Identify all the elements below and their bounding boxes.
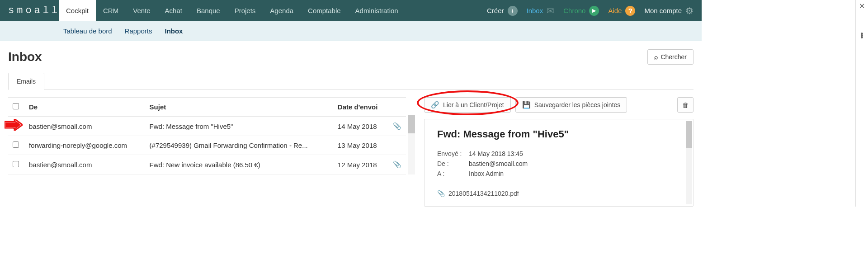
select-all-checkbox[interactable] [13,103,19,109]
cell-subject: (#729549939) Gmail Forwarding Confirmati… [145,136,333,155]
meta-sent: Envoyé : 14 May 2018 13:45 [437,150,680,157]
question-icon: ? [625,6,635,16]
cell-sent: 14 May 2018 [333,117,388,136]
attachment-name: 20180514134211020.pdf [448,190,519,197]
detail-scrollbar[interactable] [686,121,692,204]
help-link[interactable]: Aide ? [608,6,635,16]
plus-icon: + [508,6,518,16]
nav-tab-banque[interactable]: Banque [189,0,227,21]
meta-from-label: De : [437,160,469,167]
row-checkbox[interactable] [13,161,19,167]
paperclip-icon: 📎 [393,160,401,168]
gear-icon: ⚙ [685,5,693,16]
meta-to-label: A : [437,170,469,177]
save-icon: 💾 [522,101,531,109]
cell-from: bastien@smoall.com [24,117,145,136]
meta-sent-label: Envoyé : [437,150,469,157]
table-row[interactable]: bastien@smoall.com Fwd: Message from "Hi… [8,117,406,136]
row-checkbox[interactable] [13,141,19,148]
cell-from: forwarding-noreply@google.com [24,136,145,155]
col-from: De [24,98,145,117]
save-attachments-button[interactable]: 💾 Sauvegarder les pièces jointes [515,97,627,113]
subnav-reports[interactable]: Rapports [125,27,152,35]
more-icon[interactable]: ••• [860,33,863,38]
tab-emails[interactable]: Emails [8,73,44,90]
envelope-icon: ✉ [547,5,554,16]
nav-tab-achat[interactable]: Achat [158,0,189,21]
chrono-link[interactable]: Chrono ▶ [563,6,599,16]
close-icon[interactable]: ✕ [859,2,865,10]
top-nav: smoall Cockpit CRM Vente Achat Banque Pr… [0,0,702,21]
col-sent: Date d'envoi [333,98,388,117]
nav-tab-projets[interactable]: Projets [227,0,263,21]
search-button[interactable]: ⌕ Chercher [647,49,693,65]
account-label: Mon compte [644,7,682,14]
page-title: Inbox [8,50,42,64]
meta-from-value: bastien@smoall.com [469,160,528,167]
detail-card: Fwd: Message from "Hive5" Envoyé : 14 Ma… [424,119,693,207]
cell-from: bastien@smoall.com [24,155,145,174]
subnav-inbox[interactable]: Inbox [165,27,183,35]
nav-tab-crm[interactable]: CRM [96,0,126,21]
page-header: Inbox ⌕ Chercher [8,49,693,65]
nav-tab-vente[interactable]: Vente [126,0,157,21]
meta-from: De : bastien@smoall.com [437,160,680,167]
sub-nav: Tableau de bord Rapports Inbox [0,21,702,41]
nav-tab-administration[interactable]: Administration [348,0,406,21]
meta-to: A : Inbox Admin [437,170,680,177]
cell-subject: Fwd: New invoice available (86.50 €) [145,155,333,174]
meta-to-value: Inbox Admin [469,170,504,177]
window-gutter: ✕ ••• [855,0,868,207]
trash-icon: 🗑 [682,101,689,109]
cell-sent: 13 May 2018 [333,136,388,155]
nav-tab-comptable[interactable]: Comptable [301,0,348,21]
account-link[interactable]: Mon compte ⚙ [644,5,693,16]
row-checkbox[interactable] [13,123,19,129]
cell-subject: Fwd: Message from "Hive5" [145,117,333,136]
search-label: Chercher [660,53,687,61]
table-row[interactable]: bastien@smoall.com Fwd: New invoice avai… [8,155,406,174]
link-icon: 🔗 [431,101,439,109]
email-table: De Sujet Date d'envoi bastien@smoall.com [8,97,406,174]
action-bar: 🔗 Lier à un Client/Projet 💾 Sauvegarder … [424,97,693,113]
chrono-label: Chrono [563,7,585,14]
table-header-row: De Sujet Date d'envoi [8,98,406,117]
paperclip-icon: 📎 [437,190,445,197]
nav-tab-cockpit[interactable]: Cockpit [59,0,96,21]
logo: smoall [0,0,59,21]
nav-right: Créer + Inbox ✉ Chrono ▶ Aide ? Mon comp… [487,0,702,21]
list-pane: De Sujet Date d'envoi bastien@smoall.com [8,97,415,207]
table-row[interactable]: forwarding-noreply@google.com (#72954993… [8,136,406,155]
cell-sent: 12 May 2018 [333,155,388,174]
subnav-dashboard[interactable]: Tableau de bord [63,27,112,35]
col-subject: Sujet [145,98,333,117]
detail-title: Fwd: Message from "Hive5" [437,128,680,140]
play-icon: ▶ [589,6,599,16]
delete-button[interactable]: 🗑 [677,97,693,113]
attachment-line[interactable]: 📎 20180514134211020.pdf [437,190,680,197]
help-label: Aide [608,7,622,14]
content: Inbox ⌕ Chercher Emails [0,41,702,207]
tab-strip: Emails [8,73,693,90]
inbox-link[interactable]: Inbox ✉ [527,5,555,16]
paperclip-icon: 📎 [393,122,401,130]
nav-tab-agenda[interactable]: Agenda [263,0,301,21]
panel-row: De Sujet Date d'envoi bastien@smoall.com [8,97,693,207]
link-client-label: Lier à un Client/Projet [443,101,504,108]
list-scrollbar[interactable] [408,115,415,174]
inbox-label: Inbox [527,7,543,14]
detail-pane: 🔗 Lier à un Client/Projet 💾 Sauvegarder … [424,97,693,207]
nav-tabs: Cockpit CRM Vente Achat Banque Projets A… [59,0,406,21]
save-attachments-label: Sauvegarder les pièces jointes [534,101,621,108]
create-label: Créer [487,7,504,14]
meta-sent-value: 14 May 2018 13:45 [469,150,523,157]
search-icon: ⌕ [654,53,658,61]
create-button[interactable]: Créer + [487,6,518,16]
link-client-button[interactable]: 🔗 Lier à un Client/Projet [424,97,511,113]
